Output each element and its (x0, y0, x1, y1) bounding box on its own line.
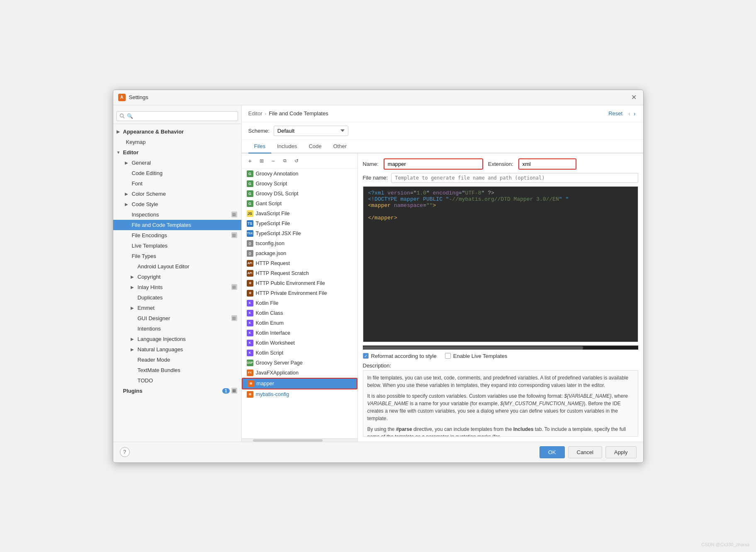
sidebar-item-label: TODO (138, 377, 153, 384)
groovy-icon: G (247, 180, 253, 187)
ts-icon: TS (247, 220, 253, 227)
sidebar-item-intentions[interactable]: Intentions (113, 323, 241, 334)
file-item-groovy-server-page[interactable]: GSP Groovy Server Page (242, 358, 357, 368)
reset-template-button[interactable]: ↺ (292, 156, 301, 166)
close-button[interactable]: ✕ (630, 93, 638, 102)
sidebar-item-color-scheme[interactable]: ▶ Color Scheme (113, 189, 241, 199)
file-item-mybatis-config[interactable]: ⊞ mybatis-config (242, 389, 357, 399)
ok-button[interactable]: OK (540, 446, 565, 458)
kotlin-icon: K (247, 340, 253, 346)
file-item-kotlin-file[interactable]: K Kotlin File (242, 298, 357, 308)
file-item-http-private-env[interactable]: ⚙ HTTP Private Environment File (242, 288, 357, 298)
code-scrollbar[interactable] (363, 345, 638, 350)
http-icon: API (247, 270, 253, 277)
file-item-gant-script[interactable]: G Gant Script (242, 199, 357, 209)
apply-button[interactable]: Apply (605, 446, 637, 458)
indicator-icon: ▤ (231, 284, 237, 290)
horizontal-scrollbar[interactable] (242, 438, 357, 442)
sidebar-item-live-templates[interactable]: Live Templates (113, 241, 241, 251)
file-item-label: Kotlin Interface (256, 330, 290, 336)
live-templates-checkbox-label[interactable]: Enable Live Templates (445, 353, 508, 359)
sidebar-item-font[interactable]: Font (113, 178, 241, 189)
extension-input[interactable] (518, 158, 576, 170)
sidebar-item-label: Emmet (138, 305, 155, 311)
file-item-http-public-env[interactable]: ⚙ HTTP Public Environment File (242, 278, 357, 288)
sidebar-item-todo[interactable]: TODO (113, 375, 241, 386)
search-input[interactable] (117, 111, 238, 121)
extension-label: Extension: (488, 161, 513, 167)
dialog-footer: ? OK Cancel Apply (113, 442, 643, 462)
sidebar-item-duplicates[interactable]: Duplicates (113, 292, 241, 303)
sidebar-item-editor[interactable]: ▼ Editor (113, 147, 241, 158)
remove-button[interactable]: − (268, 156, 278, 166)
expand-icon: ▼ (117, 150, 122, 155)
live-templates-checkbox[interactable] (445, 353, 451, 359)
sidebar-item-android-layout[interactable]: Android Layout Editor (113, 261, 241, 272)
sidebar-item-plugins[interactable]: Plugins 1 ▤ (113, 386, 241, 396)
cancel-button[interactable]: Cancel (568, 446, 602, 458)
file-item-groovy-annotation[interactable]: G Groovy Annotation (242, 169, 357, 179)
file-item-mapper[interactable]: ⊞ mapper (242, 378, 357, 389)
nav-forward-button[interactable]: › (633, 109, 637, 118)
expand-icon: ▶ (125, 202, 130, 207)
sidebar-item-file-encodings[interactable]: File Encodings ▤ (113, 230, 241, 241)
file-item-http-request[interactable]: API HTTP Request (242, 258, 357, 268)
tabs-bar: Files Includes Code Other (242, 140, 643, 153)
description-label: Description: (363, 362, 638, 369)
file-item-groovy-dsl[interactable]: G Groovy DSL Script (242, 189, 357, 199)
file-item-javafx[interactable]: FX JavaFXApplication (242, 368, 357, 378)
sidebar-item-file-code-templates[interactable]: File and Code Templates (113, 220, 241, 230)
file-item-typescript[interactable]: TS TypeScript File (242, 219, 357, 229)
tab-code[interactable]: Code (303, 140, 327, 153)
sidebar-item-appearance[interactable]: ▶ Appearance & Behavior (113, 126, 241, 137)
file-item-kotlin-interface[interactable]: K Kotlin Interface (242, 328, 357, 338)
code-editor[interactable]: <?xml version="1.0" encoding="UTF-8" ?> … (363, 186, 638, 342)
file-item-package-json[interactable]: {} package.json (242, 248, 357, 258)
sidebar-item-file-types[interactable]: File Types (113, 251, 241, 261)
reset-button[interactable]: Reset (608, 110, 622, 117)
sidebar-item-inlay-hints[interactable]: ▶ Inlay Hints ▤ (113, 282, 241, 292)
breadcrumb-parent[interactable]: Editor (248, 110, 263, 117)
file-item-kotlin-enum[interactable]: K Kotlin Enum (242, 318, 357, 328)
sidebar-item-gui-designer[interactable]: GUI Designer ▤ (113, 313, 241, 323)
sidebar-item-code-style[interactable]: ▶ Code Style (113, 199, 241, 209)
sidebar-item-reader-mode[interactable]: Reader Mode (113, 355, 241, 365)
file-item-label: Kotlin Enum (256, 320, 284, 326)
filename-input[interactable] (391, 173, 638, 183)
sidebar-item-textmate[interactable]: TextMate Bundles (113, 365, 241, 375)
reformat-checkbox-label[interactable]: ✓ Reformat according to style (363, 353, 437, 359)
file-item-kotlin-worksheet[interactable]: K Kotlin Worksheet (242, 338, 357, 348)
http-icon: API (247, 260, 253, 267)
sidebar-item-general[interactable]: ▶ General (113, 158, 241, 168)
tab-includes[interactable]: Includes (271, 140, 303, 153)
filename-row: File name: (363, 173, 638, 183)
kotlin-icon: K (247, 320, 253, 326)
sidebar-item-copyright[interactable]: ▶ Copyright (113, 272, 241, 282)
sidebar-item-inspections[interactable]: Inspections ▤ (113, 209, 241, 220)
reformat-checkbox[interactable]: ✓ (363, 353, 369, 359)
file-item-tsx[interactable]: TSX TypeScript JSX File (242, 229, 357, 238)
nav-back-button[interactable]: ‹ (627, 109, 631, 118)
file-item-tsconfig[interactable]: {} tsconfig.json (242, 238, 357, 248)
add-button[interactable]: + (245, 156, 255, 166)
tab-other[interactable]: Other (327, 140, 352, 153)
file-item-http-scratch[interactable]: API HTTP Request Scratch (242, 268, 357, 278)
sidebar-item-label: Color Scheme (132, 191, 166, 197)
file-item-label: mybatis-config (256, 392, 289, 397)
indicator-icon: ▤ (231, 232, 237, 238)
scheme-select[interactable]: Default Project (274, 126, 348, 136)
file-item-kotlin-script[interactable]: K Kotlin Script (242, 348, 357, 358)
duplicate-button[interactable]: ⧉ (280, 156, 290, 166)
sidebar-item-emmet[interactable]: ▶ Emmet (113, 303, 241, 313)
sidebar-item-keymap[interactable]: Keymap (113, 137, 241, 147)
sidebar-item-language-injections[interactable]: ▶ Language Injections (113, 334, 241, 344)
file-item-groovy-script[interactable]: G Groovy Script (242, 179, 357, 189)
tab-files[interactable]: Files (248, 140, 271, 153)
copy-button[interactable]: ⊞ (257, 156, 267, 166)
help-button[interactable]: ? (120, 447, 130, 457)
sidebar-item-natural-languages[interactable]: ▶ Natural Languages (113, 344, 241, 355)
sidebar-item-code-editing[interactable]: Code Editing (113, 168, 241, 178)
file-item-kotlin-class[interactable]: K Kotlin Class (242, 308, 357, 318)
name-input[interactable] (384, 158, 483, 170)
file-item-javascript[interactable]: JS JavaScript File (242, 209, 357, 219)
